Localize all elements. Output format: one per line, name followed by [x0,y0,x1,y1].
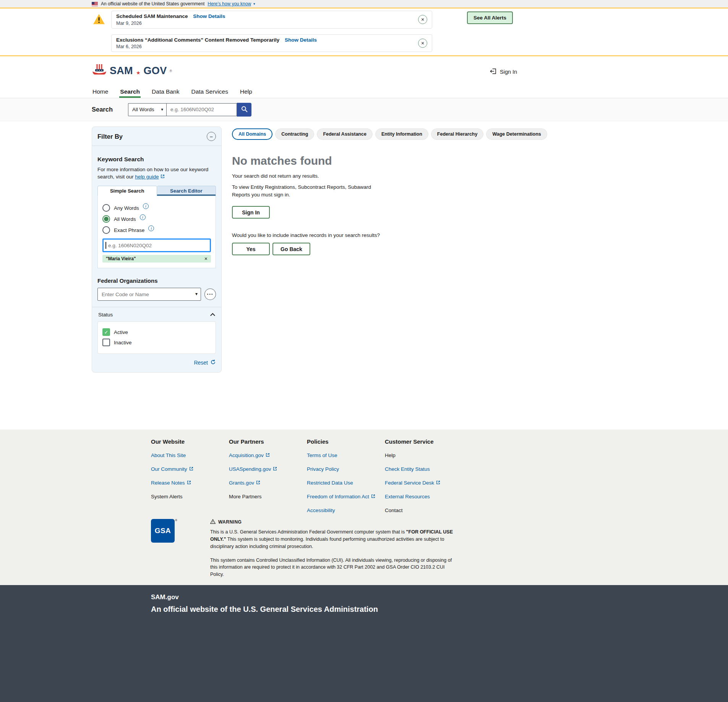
federal-orgs-input[interactable] [97,288,201,301]
footer-link-usaspending-gov[interactable]: USASpending.gov [229,463,307,473]
footer-link-terms-of-use[interactable]: Terms of Use [307,449,385,459]
footer-link-system-alerts[interactable]: System Alerts [151,490,229,500]
reset-filters-link[interactable]: Reset [194,359,216,366]
external-link-icon [273,466,277,473]
divider [92,146,221,146]
status-heading: Status [98,312,113,318]
chevron-down-icon: ▾ [253,2,255,6]
search-submit-button[interactable] [237,103,251,117]
tab-simple-search[interactable]: Simple Search [97,186,157,196]
nav-item-search[interactable]: Search [119,85,141,98]
checkbox-inactive[interactable]: Inactive [102,339,211,346]
info-icon[interactable]: i [143,203,149,209]
footer-column-heading: Customer Service [385,438,492,445]
status-section-toggle[interactable]: Status [92,307,221,318]
search-bar-label: Search [92,106,128,113]
sign-in-link[interactable]: Sign In [490,68,517,76]
domain-pill-federal-assistance[interactable]: Federal Assistance [317,128,372,140]
sign-in-button[interactable]: Sign In [232,206,270,219]
radio-any-words[interactable]: Any Words i [102,204,211,212]
gov-banner: An official website of the United States… [0,0,728,8]
minus-icon: − [210,133,213,140]
footer-column-heading: Our Partners [229,438,307,445]
help-guide-link[interactable]: help guide [135,173,164,181]
domain-pill-federal-hierarchy[interactable]: Federal Hierarchy [431,128,484,140]
warning-outline-icon [210,519,216,525]
see-all-alerts-button[interactable]: See All Alerts [467,11,513,24]
search-results: All Domains Contracting Federal Assistan… [232,126,568,255]
system-warning: WARNING This is a U.S. General Services … [210,519,457,578]
nav-item-help[interactable]: Help [239,85,253,98]
site-footer: Our Website About This Site Our Communit… [0,430,728,585]
alert-title: Scheduled SAM Maintenance [116,13,188,19]
show-details-link[interactable]: Show Details [285,37,317,43]
close-alert-button[interactable]: × [418,39,427,48]
more-options-button[interactable]: ··· [204,289,216,300]
logo-star-icon: ★ [136,70,141,76]
close-icon: × [204,256,208,262]
chip-label: "Maria Vieira" [106,256,136,261]
nav-item-home[interactable]: Home [92,85,109,98]
close-alert-button[interactable]: × [418,15,427,24]
filter-by-title: Filter By [97,133,123,140]
footer-column-policies: Policies Terms of Use Privacy Policy Res… [307,438,385,514]
sam-gov-logo[interactable]: SAM ★ GOV ® [92,64,172,78]
remove-chip-button[interactable]: × [204,256,208,261]
domain-pill-entity-information[interactable]: Entity Information [375,128,428,140]
info-icon[interactable]: i [148,225,154,231]
domain-pill-contracting[interactable]: Contracting [275,128,314,140]
footer-link-federal-service-desk[interactable]: Federal Service Desk [385,477,492,486]
nav-item-data-bank[interactable]: Data Bank [151,85,180,98]
domain-pill-all-domains[interactable]: All Domains [232,128,272,140]
search-mode-select[interactable]: All Words ▾ [128,103,166,116]
how-you-know-link[interactable]: Here’s how you know [208,1,251,6]
external-link-icon [266,452,270,459]
footer-link-acquisition-gov[interactable]: Acquisition.gov [229,449,307,459]
go-back-button[interactable]: Go Back [272,243,310,255]
radio-unselected-icon [102,226,110,234]
sign-in-required-text: To view Entity Registrations, Subcontrac… [232,183,385,198]
uncle-sam-hat-icon [92,64,107,78]
keyword-input-wrap [102,238,211,252]
footer-column-customer-service: Customer Service Help Check Entity Statu… [385,438,492,514]
footer-link-privacy-policy[interactable]: Privacy Policy [307,463,385,473]
footer-link-check-entity-status[interactable]: Check Entity Status [385,463,492,473]
footer-link-foia[interactable]: Freedom of Information Act [307,490,385,500]
nav-item-data-services[interactable]: Data Services [190,85,229,98]
federal-orgs-combobox: ▾ [97,288,201,301]
radio-unselected-icon [102,204,110,212]
checkbox-unchecked-icon [102,339,110,346]
collapse-filters-button[interactable]: − [207,132,216,141]
primary-nav: Home Search Data Bank Data Services Help [0,85,728,98]
footer-link-grants-gov[interactable]: Grants.gov [229,477,307,486]
footer-column-our-partners: Our Partners Acquisition.gov USASpending… [229,438,307,514]
radio-all-words[interactable]: All Words i [102,215,211,223]
footer-link-help[interactable]: Help [385,449,492,459]
checkbox-active[interactable]: ✓ Active [102,328,211,336]
footer-link-external-resources[interactable]: External Resources [385,490,492,500]
footer-column-our-website: Our Website About This Site Our Communit… [151,438,229,514]
tab-search-editor[interactable]: Search Editor [157,186,216,196]
keyword-tabs: Simple Search Search Editor [97,186,216,196]
footer-link-more-partners[interactable]: More Partners [229,490,307,500]
footer-link-restricted-data-use[interactable]: Restricted Data Use [307,477,385,486]
domain-pill-wage-determinations[interactable]: Wage Determinations [486,128,547,140]
show-details-link[interactable]: Show Details [193,13,225,19]
external-link-icon [371,493,375,500]
simple-search-body: Any Words i All Words i Exact Phrase i "… [97,196,216,268]
keyword-search-input[interactable] [102,238,211,252]
no-matches-title: No matches found [232,154,568,167]
chevron-down-icon: ▾ [161,107,163,112]
global-search-input[interactable] [166,103,237,116]
footer-link-about-this-site[interactable]: About This Site [151,449,229,459]
footer-column-heading: Policies [307,438,385,445]
alert-date: Mar 6, 2026 [116,44,410,49]
yes-button[interactable]: Yes [232,243,270,255]
radio-exact-phrase[interactable]: Exact Phrase i [102,226,211,234]
footer-column-heading: Our Website [151,438,229,445]
footer-link-our-community[interactable]: Our Community [151,463,229,473]
footer-link-contact[interactable]: Contact [385,504,492,514]
footer-link-release-notes[interactable]: Release Notes [151,477,229,486]
footer-link-accessibility[interactable]: Accessibility [307,504,385,514]
info-icon[interactable]: i [140,214,146,220]
